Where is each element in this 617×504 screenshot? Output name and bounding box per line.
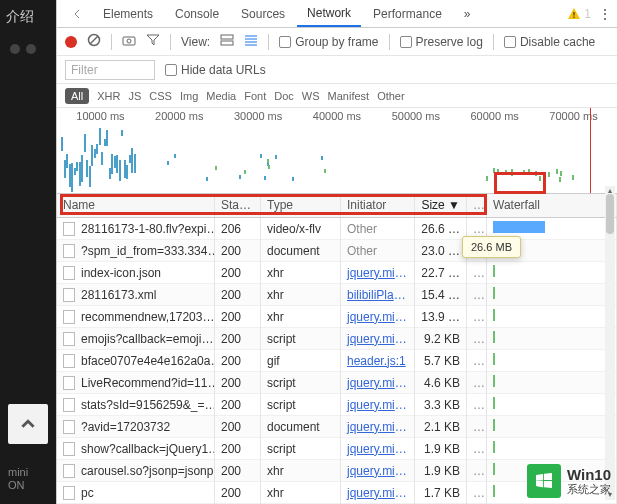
request-row[interactable]: recommendnew,17203…200xhrjquery.min.j…13… <box>57 306 617 328</box>
request-type: script <box>261 438 341 460</box>
scroll-up-button[interactable] <box>8 404 48 444</box>
request-row[interactable]: 28116173-1-80.flv?expi…206video/x-flvOth… <box>57 218 617 240</box>
tab-elements[interactable]: Elements <box>93 0 163 27</box>
filter-css[interactable]: CSS <box>149 90 172 102</box>
request-initiator[interactable]: jquery.min.j… <box>341 306 415 328</box>
request-row[interactable]: index-icon.json200xhrjquery.min.j…22.7 …… <box>57 262 617 284</box>
large-rows-button[interactable] <box>220 34 234 49</box>
svg-rect-7 <box>221 41 233 45</box>
devtools-panel: Elements Console Sources Network Perform… <box>56 0 617 504</box>
request-initiator[interactable]: jquery.min.j… <box>341 372 415 394</box>
request-initiator[interactable]: jquery.min.j… <box>341 482 415 504</box>
stop-icon <box>87 33 101 47</box>
request-name: emojis?callback=emoji… <box>81 332 213 346</box>
request-type: xhr <box>261 306 341 328</box>
request-initiator[interactable]: jquery.min.j… <box>341 394 415 416</box>
group-by-frame-option[interactable]: Group by frame <box>279 35 378 49</box>
request-row[interactable]: bface0707e4e4e162a0a…200gifheader.js:15.… <box>57 350 617 372</box>
request-initiator[interactable]: jquery.min.j… <box>341 262 415 284</box>
filter-media[interactable]: Media <box>206 90 236 102</box>
dock-button[interactable]: ⋮ <box>599 7 611 21</box>
warning-icon[interactable] <box>566 6 582 22</box>
timeline-overview[interactable]: 10000 ms20000 ms30000 ms40000 ms50000 ms… <box>57 108 617 194</box>
request-size: 3.3 KB <box>415 394 467 416</box>
preserve-log-option[interactable]: Preserve log <box>400 35 483 49</box>
timeline-ticks: 10000 ms20000 ms30000 ms40000 ms50000 ms… <box>57 108 617 128</box>
request-name: index-icon.json <box>81 266 161 280</box>
col-name[interactable]: Name <box>57 194 215 217</box>
request-row[interactable]: LiveRecommend?id=11…200scriptjquery.min.… <box>57 372 617 394</box>
filter-ws[interactable]: WS <box>302 90 320 102</box>
record-button[interactable] <box>65 36 77 48</box>
request-type: script <box>261 328 341 350</box>
request-row[interactable]: 28116173.xml200xhrbilibiliPlaye…15.4 …… <box>57 284 617 306</box>
file-icon <box>63 486 75 500</box>
col-size[interactable]: Size ▼ <box>415 194 467 217</box>
file-icon <box>63 354 75 368</box>
mini-player-label[interactable]: mini ON <box>8 466 28 492</box>
small-rows-button[interactable] <box>244 34 258 49</box>
request-initiator[interactable]: jquery.min.j… <box>341 328 415 350</box>
filter-js[interactable]: JS <box>128 90 141 102</box>
svg-line-3 <box>90 36 98 44</box>
request-name: show?callback=jQuery1… <box>81 442 215 456</box>
request-initiator[interactable]: header.js:1 <box>341 350 415 372</box>
request-initiator[interactable]: jquery.min.j… <box>341 460 415 482</box>
request-type: document <box>261 240 341 262</box>
tab-sources[interactable]: Sources <box>231 0 295 27</box>
request-row[interactable]: stats?sId=9156259&_=…200scriptjquery.min… <box>57 394 617 416</box>
col-overflow[interactable]: … <box>467 194 487 217</box>
filter-font[interactable]: Font <box>244 90 266 102</box>
request-row[interactable]: show?callback=jQuery1…200scriptjquery.mi… <box>57 438 617 460</box>
tab-network[interactable]: Network <box>297 0 361 27</box>
svg-rect-4 <box>123 37 135 45</box>
file-icon <box>63 244 75 258</box>
hide-data-urls-option[interactable]: Hide data URLs <box>165 63 266 77</box>
request-row[interactable]: ?avid=17203732200documentjquery.min.j…2.… <box>57 416 617 438</box>
capture-screenshot-button[interactable] <box>122 34 136 49</box>
list-large-icon <box>220 34 234 46</box>
filter-manifest[interactable]: Manifest <box>328 90 370 102</box>
tab-console[interactable]: Console <box>165 0 229 27</box>
left-tag[interactable]: 介绍 <box>0 0 56 34</box>
file-icon <box>63 464 75 478</box>
request-size: 1.7 KB <box>415 482 467 504</box>
request-status: 200 <box>215 306 261 328</box>
scrollbar-thumb[interactable] <box>606 194 614 234</box>
tab-prev[interactable] <box>63 0 91 27</box>
request-initiator[interactable]: bilibiliPlaye… <box>341 284 415 306</box>
request-size: 15.4 … <box>415 284 467 306</box>
watermark: Win10 系统之家 <box>527 464 611 498</box>
tab-performance[interactable]: Performance <box>363 0 452 27</box>
svg-point-5 <box>127 39 131 43</box>
filter-xhr[interactable]: XHR <box>97 90 120 102</box>
file-icon <box>63 266 75 280</box>
request-initiator[interactable]: jquery.min.j… <box>341 416 415 438</box>
clear-button[interactable] <box>87 33 101 50</box>
devtools-tabs: Elements Console Sources Network Perform… <box>57 0 617 28</box>
col-type[interactable]: Type <box>261 194 341 217</box>
requests-table: Name Status Type Initiator Size ▼ … Wate… <box>57 194 617 504</box>
tab-more[interactable]: » <box>454 0 481 27</box>
file-icon <box>63 310 75 324</box>
request-row[interactable]: ?spm_id_from=333.334…200documentOther23.… <box>57 240 617 262</box>
request-waterfall <box>487 283 617 306</box>
request-type: gif <box>261 350 341 372</box>
request-overflow: … <box>467 438 487 460</box>
request-row[interactable]: emojis?callback=emoji…200scriptjquery.mi… <box>57 328 617 350</box>
filter-other[interactable]: Other <box>377 90 405 102</box>
disable-cache-option[interactable]: Disable cache <box>504 35 595 49</box>
col-initiator[interactable]: Initiator <box>341 194 415 217</box>
col-waterfall[interactable]: Waterfall <box>487 194 617 217</box>
vertical-scrollbar[interactable]: ▴ ▾ <box>605 186 615 500</box>
filter-input[interactable]: Filter <box>65 60 155 80</box>
filter-toggle[interactable] <box>146 34 160 49</box>
filter-doc[interactable]: Doc <box>274 90 294 102</box>
network-toolbar: View: Group by frame Preserve log Disabl… <box>57 28 617 56</box>
col-status[interactable]: Status <box>215 194 261 217</box>
filter-img[interactable]: Img <box>180 90 198 102</box>
filter-all[interactable]: All <box>65 88 89 104</box>
request-initiator[interactable]: jquery.min.j… <box>341 438 415 460</box>
request-size: 1.9 KB <box>415 438 467 460</box>
request-size: 9.2 KB <box>415 328 467 350</box>
